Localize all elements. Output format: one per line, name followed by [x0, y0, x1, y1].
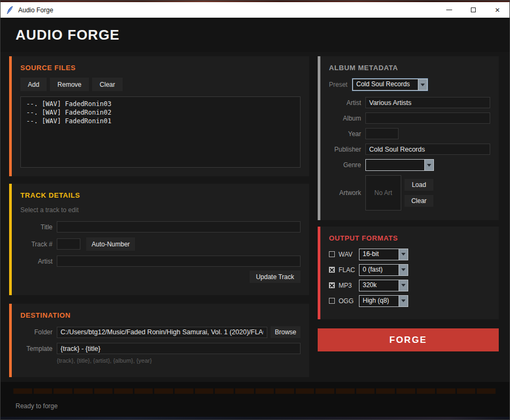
- file-list-item[interactable]: --. [WAV] FadedRonin03: [26, 100, 295, 108]
- progress-segment: [114, 388, 133, 394]
- format-checkbox-OGG[interactable]: [329, 298, 335, 304]
- chevron-down-icon[interactable]: [399, 296, 408, 306]
- close-icon: ✕: [494, 7, 500, 13]
- format-checkbox-MP3[interactable]: [329, 282, 335, 288]
- folder-row: Folder Browse: [20, 326, 301, 338]
- preset-combobox[interactable]: Cold Soul Records: [352, 79, 428, 91]
- template-input[interactable]: [57, 343, 301, 354]
- auto-number-button[interactable]: Auto-Number: [86, 237, 135, 251]
- format-label-flac: FLAC: [339, 266, 359, 274]
- publisher-label: Publisher: [329, 146, 361, 153]
- album-metadata-heading: ALBUM METADATA: [329, 64, 490, 72]
- panel-output-formats: OUTPUT FORMATS WAV 16-bit FLAC 0 (fast): [318, 227, 499, 319]
- format-row-flac: FLAC 0 (fast): [329, 265, 490, 275]
- chevron-down-icon[interactable]: [399, 265, 408, 275]
- ogg-option-combobox[interactable]: High (q8): [359, 295, 408, 307]
- remove-button[interactable]: Remove: [50, 78, 89, 91]
- progress-segment: [417, 388, 436, 394]
- progress-segment: [134, 388, 153, 394]
- mp3-option-combobox[interactable]: 320k: [359, 280, 408, 291]
- preset-row: Preset Cold Soul Records: [329, 79, 490, 91]
- preset-value: Cold Soul Records: [353, 79, 418, 90]
- artwork-buttons: Load Clear: [404, 179, 433, 207]
- flac-option-combobox[interactable]: 0 (fast): [359, 264, 408, 276]
- minimize-icon: [446, 10, 452, 10]
- artwork-label: Artwork: [329, 189, 361, 197]
- chevron-down-icon[interactable]: [399, 249, 408, 260]
- progress-bar: [13, 388, 496, 394]
- genre-combobox[interactable]: [365, 159, 434, 171]
- progress-segment: [154, 388, 173, 394]
- window-title: Audio Forge: [18, 6, 53, 14]
- genre-label: Genre: [329, 161, 361, 169]
- clear-artwork-button[interactable]: Clear: [404, 195, 433, 207]
- chevron-down-icon[interactable]: [424, 160, 433, 170]
- artwork-preview: No Art: [365, 175, 401, 211]
- wav-option-combobox[interactable]: 16-bit: [359, 249, 408, 260]
- forge-button[interactable]: FORGE: [318, 328, 499, 351]
- app-window: Audio Forge ✕ AUDIO FORGE SOURCE FILES A…: [0, 0, 510, 420]
- folder-input[interactable]: [57, 327, 267, 338]
- progress-segment: [235, 388, 254, 394]
- chevron-down-icon[interactable]: [418, 79, 427, 90]
- browse-button[interactable]: Browse: [271, 326, 301, 338]
- progress-segment: [13, 388, 32, 394]
- source-files-toolbar: Add Remove Clear: [20, 78, 301, 91]
- artwork-placeholder: No Art: [374, 189, 392, 197]
- panel-destination: DESTINATION Folder Browse Template {trac…: [9, 304, 309, 377]
- load-artwork-button[interactable]: Load: [404, 179, 433, 191]
- panel-track-details: TRACK DETAILS Select a track to edit Tit…: [9, 184, 309, 295]
- progress-segment: [34, 388, 52, 394]
- app-title: AUDIO FORGE: [16, 27, 119, 43]
- add-button[interactable]: Add: [20, 78, 47, 91]
- minimize-button[interactable]: [437, 2, 461, 18]
- album-artist-input[interactable]: [365, 97, 490, 108]
- titlebar: Audio Forge ✕: [1, 2, 509, 18]
- progress-segment: [215, 388, 234, 394]
- app-header: AUDIO FORGE: [1, 18, 509, 52]
- file-list-item[interactable]: --. [WAV] FadedRonin02: [26, 108, 295, 117]
- clear-button[interactable]: Clear: [92, 78, 123, 91]
- progress-segment: [275, 388, 294, 394]
- title-label: Title: [20, 223, 52, 231]
- update-track-button[interactable]: Update Track: [250, 271, 301, 283]
- title-input[interactable]: [57, 221, 301, 232]
- format-label-wav: WAV: [339, 251, 359, 258]
- template-label: Template: [20, 345, 52, 352]
- year-input[interactable]: [365, 128, 399, 139]
- progress-segment: [477, 388, 496, 394]
- progress-segment: [437, 388, 455, 394]
- format-checkbox-WAV[interactable]: [329, 251, 335, 257]
- album-name-label: Album: [329, 115, 361, 122]
- preset-label: Preset: [329, 81, 352, 88]
- format-checkbox-FLAC[interactable]: [329, 267, 335, 273]
- track-number-row: Track # Auto-Number: [20, 237, 301, 251]
- maximize-button[interactable]: [461, 2, 485, 18]
- progress-segment: [316, 388, 334, 394]
- title-row: Title: [20, 221, 301, 232]
- progress-segment: [94, 388, 113, 394]
- chevron-down-icon[interactable]: [399, 280, 408, 291]
- close-button[interactable]: ✕: [485, 2, 509, 18]
- format-row-ogg: OGG High (q8): [329, 296, 490, 306]
- format-row-mp3: MP3 320k: [329, 280, 490, 290]
- track-artist-label: Artist: [20, 258, 52, 265]
- progress-segment: [457, 388, 476, 394]
- album-artist-row: Artist: [329, 97, 490, 108]
- progress-segment: [54, 388, 72, 394]
- progress-segment: [296, 388, 314, 394]
- format-label-mp3: MP3: [339, 282, 359, 289]
- album-name-input[interactable]: [365, 112, 490, 124]
- output-formats-heading: OUTPUT FORMATS: [329, 234, 490, 243]
- format-label-ogg: OGG: [339, 297, 359, 305]
- album-name-row: Album: [329, 112, 490, 124]
- album-artist-label: Artist: [329, 99, 361, 107]
- file-list-item[interactable]: --. [WAV] FadedRonin01: [26, 117, 295, 125]
- file-list[interactable]: --. [WAV] FadedRonin03 --. [WAV] FadedRo…: [20, 96, 301, 168]
- publisher-input[interactable]: [365, 144, 490, 155]
- track-number-input[interactable]: [57, 238, 80, 250]
- track-artist-input[interactable]: [57, 256, 301, 267]
- progress-segment: [256, 388, 274, 394]
- year-row: Year: [329, 128, 490, 139]
- track-artist-row: Artist: [20, 256, 301, 267]
